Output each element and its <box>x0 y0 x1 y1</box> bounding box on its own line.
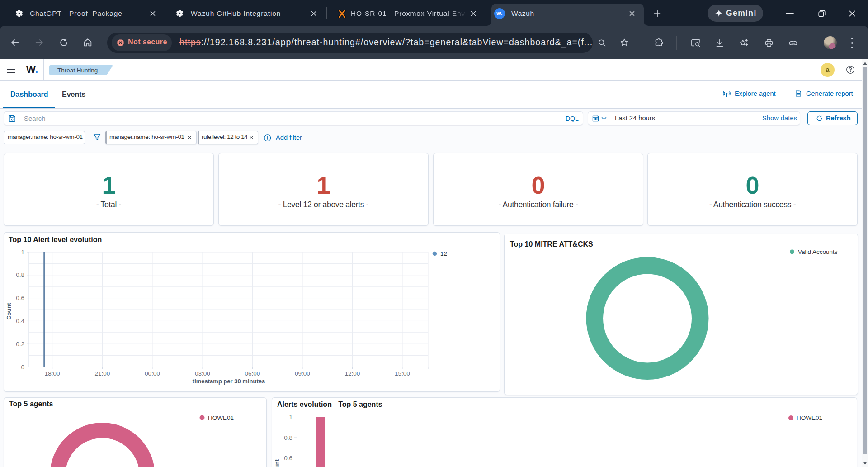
svg-text:21:00: 21:00 <box>95 370 110 377</box>
svg-text:12: 12 <box>440 250 447 257</box>
svg-text:15:00: 15:00 <box>395 370 410 377</box>
svg-text:12:00: 12:00 <box>345 370 360 377</box>
svg-text:timestamp per 30 minutes: timestamp per 30 minutes <box>193 378 265 385</box>
svg-text:0.2: 0.2 <box>16 341 24 348</box>
svg-text:1: 1 <box>289 414 292 420</box>
svg-text:1: 1 <box>21 249 24 256</box>
svg-text:06:00: 06:00 <box>245 370 260 377</box>
svg-text:HOWE01: HOWE01 <box>797 415 822 421</box>
svg-text:Valid Accounts: Valid Accounts <box>798 248 838 255</box>
svg-text:18:00: 18:00 <box>45 370 60 377</box>
svg-text:HOWE01: HOWE01 <box>208 415 234 421</box>
svg-text:0.8: 0.8 <box>16 272 24 278</box>
svg-text:0: 0 <box>21 364 24 371</box>
svg-text:Count: Count <box>5 303 12 320</box>
svg-text:Count: Count <box>274 459 280 467</box>
svg-text:0.6: 0.6 <box>284 455 292 462</box>
svg-text:0.4: 0.4 <box>16 318 24 324</box>
svg-text:00:00: 00:00 <box>145 370 160 377</box>
svg-text:03:00: 03:00 <box>195 370 210 377</box>
svg-text:09:00: 09:00 <box>295 370 310 377</box>
svg-text:0.6: 0.6 <box>16 295 24 301</box>
svg-text:0.8: 0.8 <box>284 434 292 441</box>
